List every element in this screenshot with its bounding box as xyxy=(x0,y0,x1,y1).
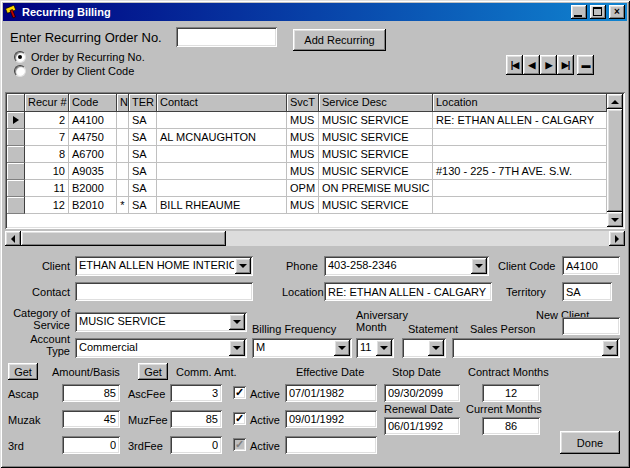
nav-first-button[interactable]: |◀ xyxy=(506,55,523,75)
anniversary-month-combo[interactable]: 11 xyxy=(356,338,394,358)
nav-prev-button[interactable]: ◀ xyxy=(523,55,540,75)
cell-contact[interactable] xyxy=(157,146,287,163)
ascap-active-checkbox[interactable]: ✓ xyxy=(233,386,246,399)
cell-recur[interactable]: 8 xyxy=(25,146,69,163)
cell-ter[interactable]: SA xyxy=(129,129,157,146)
cell-code[interactable]: A6700 xyxy=(69,146,117,163)
thirdfee-input[interactable] xyxy=(170,436,222,454)
third-effective-date-input[interactable] xyxy=(285,436,377,454)
scroll-left-button[interactable] xyxy=(5,231,21,246)
scroll-up-button[interactable] xyxy=(607,94,623,109)
cell-ter[interactable]: SA xyxy=(129,146,157,163)
nav-delete-button[interactable]: ▬ xyxy=(577,55,594,75)
get-comm-button[interactable]: Get xyxy=(138,363,168,380)
table-row[interactable]: 10 A9035 SA MUS MUSIC SERVICE #130 - 225… xyxy=(7,163,607,180)
cell-recur[interactable]: 7 xyxy=(25,129,69,146)
muzak-effective-date-input[interactable] xyxy=(285,410,377,428)
titlebar[interactable]: Recurring Billing × xyxy=(3,3,627,21)
cell-code[interactable]: A4100 xyxy=(69,112,117,129)
dropdown-arrow-icon[interactable] xyxy=(376,340,392,356)
cell-contact[interactable] xyxy=(157,180,287,197)
order-no-input[interactable] xyxy=(176,27,277,47)
cell-code[interactable]: A4750 xyxy=(69,129,117,146)
table-row[interactable]: 2 A4100 SA MUS MUSIC SERVICE RE: ETHAN A… xyxy=(7,112,607,129)
cell-location[interactable]: RE: ETHAN ALLEN - CALGARY xyxy=(433,112,607,129)
cell-desc[interactable]: MUSIC SERVICE xyxy=(319,112,433,129)
dropdown-arrow-icon[interactable] xyxy=(334,340,350,356)
cell-ter[interactable]: SA xyxy=(129,180,157,197)
current-months-input[interactable] xyxy=(482,417,540,435)
cell-location[interactable] xyxy=(433,180,607,197)
cell-desc[interactable]: MUSIC SERVICE xyxy=(319,197,433,214)
get-amount-button[interactable]: Get xyxy=(8,363,38,380)
cell-contact[interactable] xyxy=(157,112,287,129)
dropdown-arrow-icon[interactable] xyxy=(428,340,444,356)
grid-horizontal-scrollbar[interactable] xyxy=(5,231,625,246)
cell-code[interactable]: A9035 xyxy=(69,163,117,180)
new-client-input[interactable] xyxy=(562,317,620,335)
cell-contact[interactable]: AL MCNAUGHTON xyxy=(157,129,287,146)
renewal-date-input[interactable] xyxy=(384,417,460,435)
cell-svct[interactable]: MUS xyxy=(287,163,319,180)
category-of-service-combo[interactable]: MUSIC SERVICE xyxy=(75,312,247,332)
radio-order-by-recurring[interactable]: Order by Recurring No. xyxy=(14,50,145,63)
contract-months-input[interactable] xyxy=(482,384,540,402)
cell-recur[interactable]: 10 xyxy=(25,163,69,180)
row-selector[interactable] xyxy=(7,129,25,146)
account-type-combo[interactable]: Commercial xyxy=(75,338,247,358)
dropdown-arrow-icon[interactable] xyxy=(471,258,487,274)
table-row[interactable]: 11 B2000 SA OPM ON PREMISE MUSIC xyxy=(7,180,607,197)
minimize-button[interactable] xyxy=(571,5,587,19)
cell-n[interactable]: * xyxy=(117,197,129,214)
muzak-active-checkbox[interactable]: ✓ xyxy=(233,412,246,425)
cell-location[interactable] xyxy=(433,129,607,146)
radio-order-by-client-code[interactable]: Order by Client Code xyxy=(14,64,134,77)
row-selector[interactable] xyxy=(7,180,25,197)
third-active-checkbox[interactable]: ✓ xyxy=(233,438,246,451)
cell-desc[interactable]: MUSIC SERVICE xyxy=(319,163,433,180)
billing-frequency-combo[interactable]: M xyxy=(252,338,352,358)
cell-desc[interactable]: MUSIC SERVICE xyxy=(319,146,433,163)
cell-recur[interactable]: 11 xyxy=(25,180,69,197)
ascap-effective-date-input[interactable] xyxy=(285,384,377,402)
cell-n[interactable] xyxy=(117,146,129,163)
nav-last-button[interactable]: ▶| xyxy=(557,55,574,75)
muzak-input[interactable] xyxy=(62,410,120,428)
row-selector[interactable] xyxy=(7,112,25,129)
contact-input[interactable] xyxy=(75,282,253,301)
row-selector[interactable] xyxy=(7,197,25,214)
cell-ter[interactable]: SA xyxy=(129,197,157,214)
cell-contact[interactable] xyxy=(157,163,287,180)
horizontal-scrollbar-thumb[interactable] xyxy=(21,231,226,246)
dropdown-arrow-icon[interactable] xyxy=(235,258,251,274)
cell-svct[interactable]: MUS xyxy=(287,129,319,146)
cell-svct[interactable]: OPM xyxy=(287,180,319,197)
cell-code[interactable]: B2010 xyxy=(69,197,117,214)
maximize-button[interactable] xyxy=(590,5,606,19)
client-combo[interactable]: ETHAN ALLEN HOME INTERIC xyxy=(75,256,253,276)
row-selector[interactable] xyxy=(7,163,25,180)
scroll-down-button[interactable] xyxy=(607,212,623,227)
table-row[interactable]: 12 B2010 * SA BILL RHEAUME MUS MUSIC SER… xyxy=(7,197,607,214)
cell-recur[interactable]: 12 xyxy=(25,197,69,214)
cell-n[interactable] xyxy=(117,163,129,180)
client-code-input[interactable] xyxy=(562,256,620,275)
cell-svct[interactable]: MUS xyxy=(287,146,319,163)
done-button[interactable]: Done xyxy=(560,431,620,454)
row-selector[interactable] xyxy=(7,146,25,163)
ascfee-input[interactable] xyxy=(170,384,222,402)
close-button[interactable]: × xyxy=(609,5,625,19)
muzfee-input[interactable] xyxy=(170,410,222,428)
cell-location[interactable] xyxy=(433,146,607,163)
cell-ter[interactable]: SA xyxy=(129,112,157,129)
cell-recur[interactable]: 2 xyxy=(25,112,69,129)
phone-combo[interactable]: 403-258-2346 xyxy=(324,256,489,276)
dropdown-arrow-icon[interactable] xyxy=(602,340,618,356)
third-input[interactable] xyxy=(62,436,120,454)
cell-svct[interactable]: MUS xyxy=(287,197,319,214)
statement-combo[interactable] xyxy=(402,338,446,358)
cell-code[interactable]: B2000 xyxy=(69,180,117,197)
cell-n[interactable] xyxy=(117,112,129,129)
cell-ter[interactable]: SA xyxy=(129,163,157,180)
cell-svct[interactable]: MUS xyxy=(287,112,319,129)
